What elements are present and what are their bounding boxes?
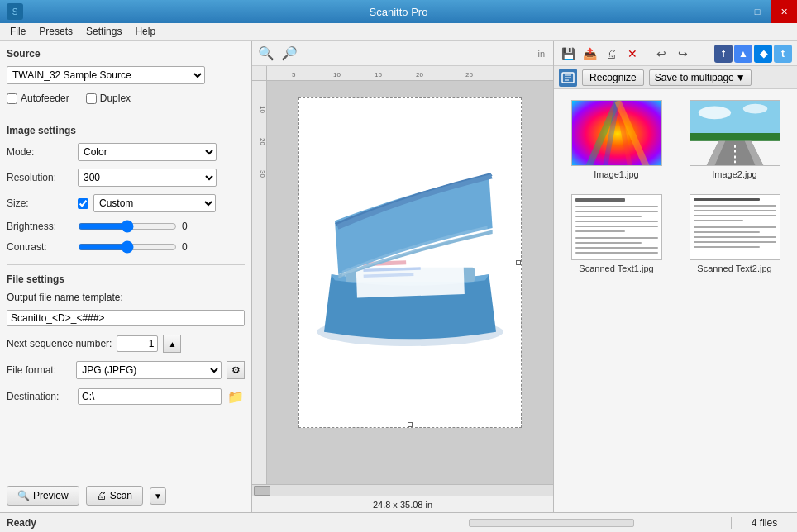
contrast-value: 0	[182, 241, 188, 253]
resolution-label: Resolution:	[7, 172, 73, 183]
resolution-dropdown[interactable]: 75 150 300 600 1200	[78, 169, 217, 187]
window-title: Scanitto Pro	[370, 6, 428, 18]
dimensions-text: 24.8 x 35.08 in	[373, 500, 432, 510]
progress-bar	[469, 519, 634, 527]
brightness-value: 0	[182, 221, 188, 232]
scanner-illustration	[303, 98, 518, 379]
app-icon: S	[7, 3, 23, 20]
scan-buttons-area: 🔍 Preview 🖨 Scan ▼	[7, 479, 245, 506]
preview-label: Preview	[33, 490, 69, 501]
recognize-button[interactable]: Recognize	[582, 69, 644, 86]
thumbnail-item[interactable]: Image2.jpg	[679, 96, 790, 183]
thumbnail-label-2: Image2.jpg	[712, 169, 756, 179]
contrast-row: Contrast: 0	[7, 240, 245, 254]
autofeeder-checkbox[interactable]	[7, 93, 17, 104]
source-dropdown[interactable]: TWAIN_32 Sample Source	[7, 66, 205, 84]
scan-icon: 🖨	[97, 490, 107, 501]
divider-1	[7, 116, 245, 116]
resolution-row: Resolution: 75 150 300 600 1200	[7, 169, 245, 187]
zoom-fit-button[interactable]: 🔍	[257, 45, 275, 63]
format-row: File format: JPG (JPEG) PNG TIFF BMP PDF…	[7, 361, 245, 379]
ocr-toolbar: Recognize Save to multipage ▼	[554, 66, 797, 89]
doc-thumb-1	[572, 195, 661, 259]
destination-input[interactable]	[78, 388, 222, 405]
autofeeder-checkbox-label[interactable]: Autofeeder	[7, 93, 69, 104]
delete-button[interactable]: ✕	[623, 45, 642, 63]
source-section-label: Source	[7, 48, 245, 59]
output-template-input[interactable]	[7, 310, 245, 326]
preview-dimensions: 24.8 x 35.08 in	[252, 496, 553, 512]
dropbox-button[interactable]: ◆	[754, 45, 772, 63]
image-settings-label: Image settings	[7, 125, 245, 136]
size-dropdown[interactable]: Custom A4 Letter	[93, 194, 216, 212]
ocr-icon	[559, 69, 577, 87]
menu-presets[interactable]: Presets	[32, 25, 79, 39]
format-dropdown[interactable]: JPG (JPEG) PNG TIFF BMP PDF	[76, 361, 222, 379]
size-checkbox[interactable]	[78, 198, 88, 209]
thumbnail-item[interactable]: Scanned Text1.jpg	[561, 190, 672, 278]
social-icons: f ▲ ◆ t	[714, 45, 792, 63]
seq-stepper[interactable]: ▲	[163, 335, 181, 353]
browse-folder-button[interactable]: 📁	[227, 387, 245, 406]
multipage-arrow: ▼	[736, 72, 746, 83]
destination-label: Destination:	[7, 391, 73, 402]
googledrive-button[interactable]: ▲	[734, 45, 752, 63]
window-controls: ─ □ ✕	[718, 0, 797, 23]
ruler-corner	[252, 66, 267, 81]
horizontal-scrollbar[interactable]	[252, 484, 553, 496]
svg-point-17	[742, 104, 766, 114]
minimize-button[interactable]: ─	[718, 0, 744, 23]
brightness-slider-container: 0	[78, 220, 245, 233]
print-button[interactable]: 🖨	[602, 45, 620, 63]
thumbnail-label-1: Image1.jpg	[594, 169, 638, 179]
thumbnail-item[interactable]: Image1.jpg	[561, 96, 672, 183]
seq-row: Next sequence number: ▲	[7, 335, 245, 353]
seq-input[interactable]	[117, 335, 158, 352]
mode-dropdown[interactable]: Color Grayscale Black & White	[78, 143, 217, 161]
status-text: Ready	[0, 517, 372, 529]
right-toolbar: 💾 📤 🖨 ✕ ↩ ↪ f ▲ ◆ t	[554, 41, 797, 66]
preview-scroll[interactable]	[267, 81, 553, 484]
thumbnail-item[interactable]: Scanned Text2.jpg	[679, 190, 790, 278]
mode-row: Mode: Color Grayscale Black & White	[7, 143, 245, 161]
undo-button[interactable]: ↩	[652, 45, 671, 63]
thumbnail-label-4: Scanned Text2.jpg	[697, 264, 771, 273]
zoom-actual-button[interactable]: 🔎	[280, 45, 298, 63]
duplex-checkbox[interactable]	[86, 93, 97, 104]
contrast-label: Contrast:	[7, 241, 73, 253]
save-button[interactable]: 💾	[559, 45, 577, 63]
scan-label: Scan	[110, 490, 132, 501]
menu-help[interactable]: Help	[128, 25, 162, 39]
left-panel: Source TWAIN_32 Sample Source Autofeeder…	[0, 41, 252, 512]
file-count: 4 files	[731, 517, 797, 529]
format-settings-button[interactable]: ⚙	[227, 361, 245, 379]
thumbnail-image-4	[690, 194, 780, 260]
menu-settings[interactable]: Settings	[79, 25, 128, 39]
preview-wrapper: 5 10 15 20 25 10 20 30	[252, 66, 553, 484]
close-button[interactable]: ✕	[771, 0, 797, 23]
menubar: File Presets Settings Help	[0, 23, 797, 41]
save-multipage-button[interactable]: Save to multipage ▼	[649, 69, 752, 86]
contrast-slider-container: 0	[78, 240, 245, 254]
menu-file[interactable]: File	[3, 25, 32, 39]
colorful-thumb	[572, 101, 661, 165]
preview-button[interactable]: 🔍 Preview	[7, 486, 79, 506]
redo-button[interactable]: ↪	[674, 45, 692, 63]
scanner-options: Autofeeder Duplex	[7, 93, 245, 104]
preview-toolbar: 🔍 🔎 in	[252, 41, 553, 66]
export-button[interactable]: 📤	[580, 45, 599, 63]
maximize-button[interactable]: □	[744, 0, 771, 23]
brightness-slider[interactable]	[78, 220, 177, 233]
duplex-checkbox-label[interactable]: Duplex	[86, 93, 131, 104]
seq-label: Next sequence number:	[7, 338, 112, 349]
thumbnails-panel: Image1.jpg	[554, 89, 797, 512]
brightness-label: Brightness:	[7, 221, 73, 232]
horizontal-ruler: 5 10 15 20 25	[267, 66, 553, 81]
thumbnail-image-1	[571, 100, 662, 166]
facebook-button[interactable]: f	[714, 45, 733, 63]
scan-dropdown-arrow[interactable]: ▼	[150, 487, 166, 505]
twitter-button[interactable]: t	[774, 45, 792, 63]
scan-button[interactable]: 🖨 Scan	[86, 486, 143, 506]
contrast-slider[interactable]	[78, 240, 177, 254]
brightness-row: Brightness: 0	[7, 220, 245, 233]
